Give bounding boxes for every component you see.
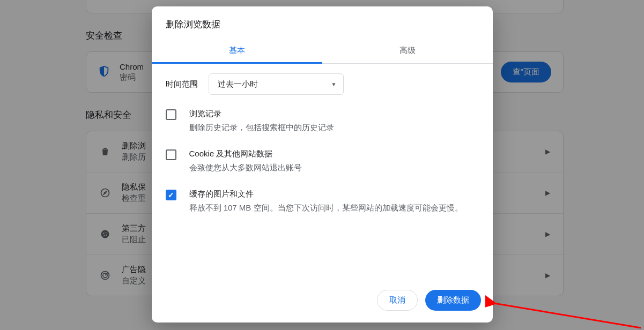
option-desc: 释放不到 107 MB 空间。当您下次访问时，某些网站的加载速度可能会更慢。: [189, 201, 463, 214]
checkbox-cookies[interactable]: [166, 149, 176, 160]
time-range-label: 时间范围: [166, 79, 198, 89]
option-title: Cookie 及其他网站数据: [189, 149, 302, 159]
option-desc: 删除历史记录，包括搜索框中的历史记录: [189, 121, 334, 134]
option-desc: 会致使您从大多数网站退出账号: [189, 161, 302, 174]
chevron-down-icon: ▼: [331, 81, 337, 87]
checkbox-cache[interactable]: ✓: [166, 190, 176, 200]
dialog-footer: 取消 删除数据: [152, 281, 493, 322]
dialog-title: 删除浏览数据: [152, 6, 493, 39]
time-range-value: 过去一小时: [218, 79, 258, 89]
dialog-body: 时间范围 过去一小时 ▼ 浏览记录 删除历史记录，包括搜索框中的历史记录 Coo…: [152, 64, 493, 281]
tab-advanced[interactable]: 高级: [322, 39, 493, 63]
tab-basic[interactable]: 基本: [152, 39, 322, 63]
modal-overlay: 删除浏览数据 基本 高级 时间范围 过去一小时 ▼ 浏览记录 删除历史记录，包括…: [0, 0, 644, 330]
option-cache: ✓ 缓存的图片和文件 释放不到 107 MB 空间。当您下次访问时，某些网站的加…: [166, 189, 479, 214]
confirm-delete-button[interactable]: 删除数据: [425, 290, 481, 311]
cancel-button[interactable]: 取消: [377, 290, 418, 311]
dialog-tabs: 基本 高级: [152, 39, 493, 64]
checkbox-history[interactable]: [166, 109, 176, 120]
time-range-row: 时间范围 过去一小时 ▼: [166, 73, 479, 95]
time-range-select[interactable]: 过去一小时 ▼: [209, 73, 344, 95]
option-history: 浏览记录 删除历史记录，包括搜索框中的历史记录: [166, 109, 479, 134]
option-title: 缓存的图片和文件: [189, 189, 463, 199]
option-title: 浏览记录: [189, 109, 334, 119]
clear-browsing-data-dialog: 删除浏览数据 基本 高级 时间范围 过去一小时 ▼ 浏览记录 删除历史记录，包括…: [152, 6, 493, 322]
option-cookies: Cookie 及其他网站数据 会致使您从大多数网站退出账号: [166, 149, 479, 174]
